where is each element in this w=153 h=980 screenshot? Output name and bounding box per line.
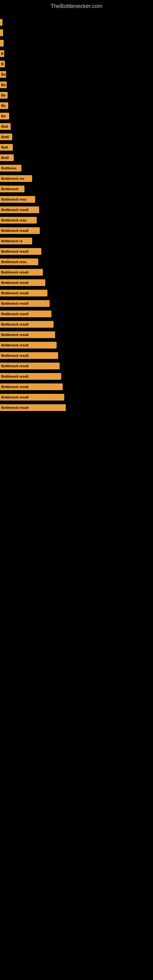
bar-label: Bottleneck result xyxy=(0,279,45,286)
bars-container: BBBoBoBoBoBoBottBottlBottBottlBottlenecB… xyxy=(0,14,153,416)
bar-label: Bottleneck result xyxy=(0,300,49,307)
bar-label: Bottleneck result xyxy=(0,373,61,380)
bar-label: Bottleneck result xyxy=(0,290,48,296)
bar-row: Bottleneck result xyxy=(0,205,153,215)
bar-row: Bottleneck result xyxy=(0,402,153,413)
bar-label: Bo xyxy=(0,71,6,78)
bar-label: Bottleneck result xyxy=(0,363,60,369)
bar-label xyxy=(0,19,2,26)
bar-row: Bottleneck res xyxy=(0,173,153,184)
bar-row: Bottleneck resu xyxy=(0,257,153,267)
bar-label: Bottl xyxy=(0,154,14,161)
bar-row: Bo xyxy=(0,69,153,80)
bar-row: Bottleneck result xyxy=(0,309,153,319)
bar-row: B xyxy=(0,59,153,69)
bar-row: Bottleneck result xyxy=(0,382,153,392)
bar-row: Bottleneck result xyxy=(0,225,153,236)
bar-label: Bottleneck resu xyxy=(0,196,35,203)
bar-row: Bottleneck result xyxy=(0,329,153,340)
bar-row: Bottleneck re xyxy=(0,236,153,246)
bar-label: Bo xyxy=(0,92,8,99)
site-title: TheBottlenecker.com xyxy=(0,0,153,14)
bar-label: Bottleneck result xyxy=(0,383,63,390)
bar-row: Bottleneck resu xyxy=(0,215,153,225)
bar-label: Bottleneck resu xyxy=(0,258,38,265)
bar-label: Bottleneck result xyxy=(0,310,51,317)
bar-row: Bottleneck result xyxy=(0,319,153,329)
bar-row: Bottleneck result xyxy=(0,340,153,350)
bar-row: Bott xyxy=(0,142,153,153)
bar-row: Bo xyxy=(0,90,153,100)
bar-row: Bottleneck result xyxy=(0,371,153,382)
bar-label: B xyxy=(0,60,5,67)
bar-row xyxy=(0,17,153,27)
bar-row: Bottl xyxy=(0,153,153,163)
bar-row: Bottl xyxy=(0,132,153,142)
bar-label: Bottleneck result xyxy=(0,321,54,328)
bar-label xyxy=(0,40,4,46)
bar-label xyxy=(0,29,3,36)
bar-row: Bottleneck result xyxy=(0,288,153,298)
bar-label: Bo xyxy=(0,102,8,109)
bar-label: B xyxy=(0,50,4,57)
bar-row: Bottleneck result xyxy=(0,246,153,257)
bar-row: Bo xyxy=(0,80,153,90)
bar-row: Bottleneck result xyxy=(0,277,153,288)
bar-label: Bottleneck result xyxy=(0,269,43,275)
bar-label: Bott xyxy=(0,144,13,151)
bar-row xyxy=(0,27,153,38)
bar-label: Bo xyxy=(0,81,7,88)
bar-label: Bottleneck re xyxy=(0,238,32,244)
bar-row: Bottleneck result xyxy=(0,267,153,277)
bar-label: Bottleneck result xyxy=(0,331,55,338)
bar-label: Bottleneck result xyxy=(0,352,58,359)
bar-row: Bottleneck result xyxy=(0,361,153,371)
page-wrapper: TheBottlenecker.com BBBoBoBoBoBoBottBott… xyxy=(0,0,153,416)
bar-label: Bottleneck xyxy=(0,186,24,192)
bar-row xyxy=(0,38,153,48)
bar-label: Bottleneck resu xyxy=(0,217,37,224)
bar-row: Bottleneck result xyxy=(0,298,153,309)
bar-row: Bo xyxy=(0,111,153,121)
bar-row: Bottlenec xyxy=(0,163,153,173)
bar-label: Bottleneck result xyxy=(0,248,41,255)
bar-label: Bottleneck res xyxy=(0,175,32,182)
bar-row: Bottleneck result xyxy=(0,350,153,361)
bar-row: Bott xyxy=(0,121,153,132)
bar-label: Bottleneck result xyxy=(0,394,64,401)
bar-row: B xyxy=(0,48,153,59)
bar-label: Bottl xyxy=(0,134,12,140)
bar-row: Bottleneck xyxy=(0,184,153,194)
bar-label: Bottleneck result xyxy=(0,207,39,213)
bar-label: Bottlenec xyxy=(0,165,21,172)
bar-label: Bottleneck result xyxy=(0,404,66,411)
bar-row: Bo xyxy=(0,100,153,111)
bar-label: Bott xyxy=(0,123,11,130)
bar-label: Bottleneck result xyxy=(0,227,40,234)
bar-label: Bottleneck result xyxy=(0,342,57,348)
bar-label: Bo xyxy=(0,113,9,119)
bar-row: Bottleneck resu xyxy=(0,194,153,205)
bar-row: Bottleneck result xyxy=(0,392,153,402)
